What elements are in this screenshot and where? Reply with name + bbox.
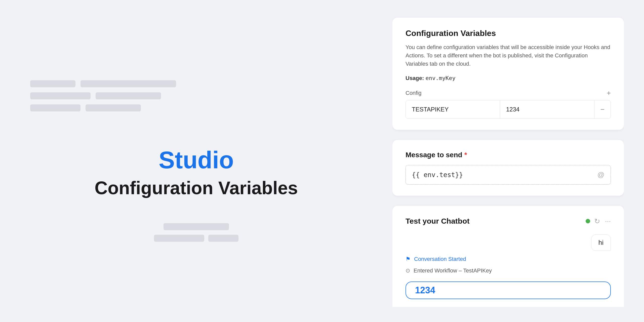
add-config-button[interactable]: + <box>607 90 611 97</box>
message-label-text: Message to send <box>406 151 462 159</box>
config-input-row: − <box>406 100 611 119</box>
config-label-row: Config + <box>406 90 611 97</box>
chatbot-header: Test your Chatbot ↻ ··· <box>406 217 611 225</box>
chatbot-test-card: Test your Chatbot ↻ ··· hi ⚑ Conversatio… <box>392 206 624 307</box>
skeleton-row-3 <box>30 104 362 111</box>
config-card-title: Configuration Variables <box>406 29 611 38</box>
entered-workflow-label: Entered Workflow – TestAPIKey <box>414 267 492 274</box>
message-card: Message to send * @ <box>392 140 624 196</box>
skeleton-block <box>30 80 75 87</box>
config-variables-title: Configuration Variables <box>30 178 362 198</box>
skeleton-row-2 <box>30 92 362 99</box>
center-text: Studio Configuration Variables <box>30 147 362 198</box>
message-label: Message to send * <box>406 151 611 159</box>
skeleton-block <box>80 80 176 87</box>
required-star: * <box>464 151 467 159</box>
skeleton-row <box>154 235 238 242</box>
left-panel: Studio Configuration Variables <box>20 15 372 307</box>
config-variables-card: Configuration Variables You can define c… <box>392 18 624 130</box>
more-options-button[interactable]: ··· <box>605 217 611 225</box>
skeleton-block <box>30 104 80 111</box>
conversation-started-label: Conversation Started <box>414 256 466 262</box>
message-input[interactable] <box>412 171 593 179</box>
api-response-badge: 1234 <box>406 281 611 299</box>
chat-area: hi ⚑ Conversation Started ⊙ Entered Work… <box>406 234 611 307</box>
skeleton-row-1 <box>30 80 362 87</box>
refresh-button[interactable]: ↻ <box>594 217 600 225</box>
usage-line: Usage: env.myKey <box>406 75 611 82</box>
user-message-bubble: hi <box>591 234 611 251</box>
conversation-ended-event: Conversation Ended <box>406 307 611 307</box>
usage-prefix: Usage: <box>406 75 425 81</box>
online-status-dot <box>586 219 590 223</box>
skeleton-block <box>96 92 161 99</box>
at-icon[interactable]: @ <box>597 171 605 179</box>
skeleton-block <box>164 223 229 230</box>
chatbot-actions: ↻ ··· <box>594 217 611 225</box>
workflow-icon: ⊙ <box>406 267 410 274</box>
config-value-input[interactable] <box>500 100 594 118</box>
config-card-description: You can define configuration variables t… <box>406 43 611 68</box>
studio-title: Studio <box>30 147 362 173</box>
conversation-started-event: ⚑ Conversation Started <box>406 256 611 262</box>
usage-code: env.myKey <box>425 75 455 81</box>
entered-workflow-event: ⊙ Entered Workflow – TestAPIKey <box>406 267 611 274</box>
skeleton-block <box>86 104 141 111</box>
skeleton-block <box>154 235 204 242</box>
right-panel: Configuration Variables You can define c… <box>392 15 624 307</box>
conversation-ended-label: Conversation Ended <box>415 307 465 307</box>
bottom-skeletons <box>30 223 362 242</box>
config-key-input[interactable] <box>406 100 500 118</box>
flag-icon: ⚑ <box>406 256 411 262</box>
chatbot-title: Test your Chatbot <box>406 217 581 225</box>
skeleton-block <box>208 235 238 242</box>
config-section-label: Config <box>406 90 422 96</box>
skeleton-block <box>30 92 91 99</box>
remove-config-button[interactable]: − <box>594 100 611 118</box>
message-input-wrapper: @ <box>406 165 611 185</box>
